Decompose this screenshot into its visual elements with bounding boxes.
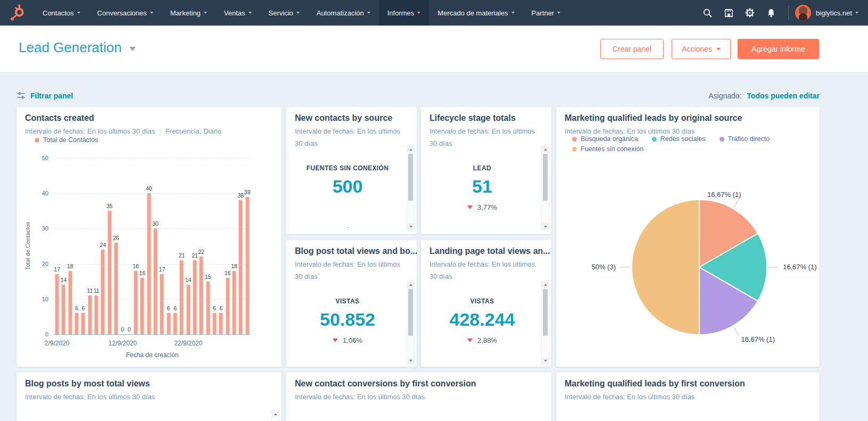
nav-item-contactos[interactable]: Contactos xyxy=(34,0,89,26)
bar-slot: 16 xyxy=(139,158,145,334)
legend-dot-icon xyxy=(720,137,724,142)
y-axis-title: Total de Contactos xyxy=(24,214,31,278)
nav-item-servicio[interactable]: Servicio xyxy=(260,0,308,26)
account-menu[interactable]: biglytics.net xyxy=(816,9,858,17)
bar[interactable] xyxy=(62,285,65,334)
nav-item-label: Mercado de materiales xyxy=(437,9,508,17)
bar[interactable] xyxy=(180,260,184,334)
nav-item-mercado-de-materiales[interactable]: Mercado de materiales xyxy=(429,0,523,26)
bar-value-label: 40 xyxy=(146,185,152,192)
bar[interactable] xyxy=(206,282,210,334)
bar[interactable] xyxy=(160,274,164,334)
card-new-contacts-by-source: New contacts by source Intervalo de fech… xyxy=(286,107,417,234)
bar[interactable] xyxy=(193,260,197,334)
legend-item[interactable]: Tráfico directo xyxy=(720,135,770,143)
card-lifecycle-stage-totals: Lifecycle stage totals Intervalo de fech… xyxy=(421,107,551,234)
chevron-down-icon xyxy=(417,12,420,14)
nav-item-conversaciones[interactable]: Conversaciones xyxy=(89,0,162,26)
add-report-button[interactable]: Agregar informe xyxy=(738,39,819,59)
scrollbar-thumb[interactable] xyxy=(408,154,413,201)
bar-slot: 16 xyxy=(225,158,231,334)
bar[interactable] xyxy=(226,278,229,334)
bar[interactable] xyxy=(55,274,59,334)
nav-item-label: Conversaciones xyxy=(97,9,147,17)
chevron-down-icon xyxy=(557,12,560,14)
scroll-up-arrow[interactable] xyxy=(272,410,279,417)
nav-item-partner[interactable]: Partner xyxy=(523,0,569,26)
bar[interactable] xyxy=(108,211,111,334)
bar[interactable] xyxy=(167,313,170,334)
assigned-permission-link[interactable]: Todos pueden editar xyxy=(747,92,820,100)
scroll-down-arrow[interactable] xyxy=(542,357,549,364)
legend-item[interactable]: Total de Contactos xyxy=(35,136,98,144)
stat-block: VISTAS 428.244 2,88% xyxy=(421,298,543,344)
bar[interactable] xyxy=(140,278,144,334)
scrollbar-thumb[interactable] xyxy=(543,289,548,336)
stat-label: VISTAS xyxy=(421,298,543,305)
actions-button[interactable]: Acciones xyxy=(672,39,731,59)
legend-item[interactable]: Búsqueda orgánica xyxy=(572,135,638,143)
legend-item[interactable]: Redes sociales xyxy=(652,135,706,143)
bar[interactable] xyxy=(101,250,105,334)
create-panel-button[interactable]: Crear panel xyxy=(600,39,664,59)
legend-dot-icon xyxy=(35,138,39,143)
scroll-down-arrow[interactable] xyxy=(407,357,414,364)
pie-slice-label: 16,67% (1) xyxy=(707,191,741,199)
bar-value-label: 15 xyxy=(205,274,211,280)
card-scrollbar xyxy=(541,145,549,230)
scroll-up-arrow[interactable] xyxy=(542,281,549,288)
search-icon[interactable] xyxy=(697,0,718,26)
notifications-bell-icon[interactable] xyxy=(760,0,782,26)
scroll-up-arrow[interactable] xyxy=(407,281,414,288)
scroll-up-arrow[interactable] xyxy=(542,146,549,153)
user-avatar[interactable] xyxy=(795,5,811,21)
bar-slot: 26 xyxy=(113,158,119,334)
stat-block: VISTAS 50.852 1,06% xyxy=(286,298,409,344)
scroll-down-arrow[interactable] xyxy=(407,223,414,230)
card-title: Contacts created xyxy=(25,113,94,123)
dashboard-title-dropdown[interactable]: Lead Generation xyxy=(19,39,136,56)
scrollbar-thumb[interactable] xyxy=(543,154,548,201)
bar[interactable] xyxy=(233,271,236,334)
bar[interactable] xyxy=(147,193,151,334)
bar-slot: 39 xyxy=(244,158,251,334)
scrollbar-thumb[interactable] xyxy=(408,289,413,336)
chevron-down-icon xyxy=(511,12,515,14)
bar[interactable] xyxy=(200,257,203,334)
bar[interactable] xyxy=(68,271,72,334)
bar[interactable] xyxy=(88,295,92,334)
bar[interactable] xyxy=(114,243,118,334)
hubspot-logo-icon[interactable] xyxy=(0,0,34,26)
bar[interactable] xyxy=(95,295,98,334)
bar[interactable] xyxy=(186,285,190,334)
pie-slice[interactable]: Fuentes sin conexión: 50% (3) xyxy=(632,200,699,335)
triangle-down-icon xyxy=(467,339,473,342)
card-landing-page-total-views: Landing page total views an... Intervalo… xyxy=(421,240,551,367)
bar[interactable] xyxy=(134,271,138,334)
card-title: Marketing qualified leads by first conve… xyxy=(565,379,745,389)
bar[interactable] xyxy=(75,313,79,334)
scroll-down-arrow[interactable] xyxy=(542,223,549,230)
card-subtitle: Intervalo de fechas: En los últimos 30 d… xyxy=(295,258,404,283)
stat-block: FUENTES SIN CONEXIÓN 500 xyxy=(286,164,409,197)
nav-item-ventas[interactable]: Ventas xyxy=(216,0,260,26)
marketplace-icon[interactable] xyxy=(718,0,739,26)
bar[interactable] xyxy=(219,313,223,334)
nav-item-marketing[interactable]: Marketing xyxy=(162,0,216,26)
bar[interactable] xyxy=(81,313,85,334)
bar[interactable] xyxy=(245,197,249,334)
bar[interactable] xyxy=(173,313,177,334)
stat-value: 51 xyxy=(421,176,543,197)
scroll-up-arrow[interactable] xyxy=(407,146,414,153)
legend-item[interactable]: Fuentes sin conexión xyxy=(572,145,643,153)
nav-item-automatizacion[interactable]: Automatización xyxy=(308,0,379,26)
bar-slot: 14 xyxy=(185,158,192,334)
filter-panel-button[interactable]: Filtrar panel xyxy=(16,91,73,100)
card-title: Blog posts by most total views xyxy=(25,379,150,389)
nav-item-informes[interactable]: Informes xyxy=(379,0,429,26)
bar[interactable] xyxy=(154,228,158,334)
bar[interactable] xyxy=(213,313,217,334)
settings-gear-icon[interactable] xyxy=(739,0,760,26)
bar[interactable] xyxy=(239,200,243,334)
bar-slot: 6 xyxy=(80,158,86,334)
